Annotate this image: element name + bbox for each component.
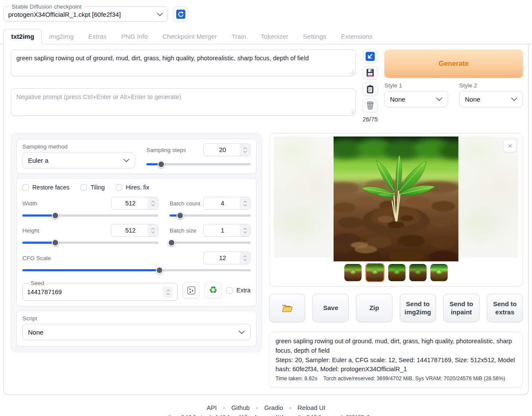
tiling-checkbox[interactable] — [80, 184, 87, 191]
send-to-img2img-button[interactable]: Send to img2img — [400, 294, 436, 322]
open-folder-button[interactable] — [269, 294, 305, 322]
style2-label: Style 2 — [459, 82, 523, 89]
stepper-buttons[interactable] — [240, 252, 250, 264]
cfg-scale-input[interactable]: 12 — [203, 251, 251, 264]
gallery-thumbnail-5[interactable] — [430, 264, 448, 281]
chevron-down-icon — [123, 158, 130, 162]
sampling-box: Sampling method Euler a Sampling steps 2… — [16, 139, 257, 174]
generate-button[interactable]: Generate — [384, 50, 523, 78]
checkpoint-dropdown[interactable]: Stable Diffusion checkpoint protogenX34O… — [3, 3, 168, 22]
slider-thumb[interactable] — [168, 239, 175, 246]
checkpoint-dropdown-row[interactable]: protogenX34OfficialR_1.ckpt [60fe2f34] — [8, 11, 163, 18]
close-gallery-button[interactable]: × — [504, 139, 517, 152]
chevron-down-icon — [511, 97, 517, 101]
refresh-checkpoints-button[interactable] — [173, 6, 189, 22]
send-to-extras-button[interactable]: Send to extras — [487, 294, 523, 322]
stepper-down-icon — [243, 204, 247, 206]
hires-fix-checkbox[interactable] — [116, 184, 122, 191]
tab-train[interactable]: Train — [224, 29, 254, 44]
slider-fill — [22, 242, 55, 244]
github-link[interactable]: Github — [231, 404, 250, 411]
slider-thumb[interactable] — [52, 212, 59, 219]
zip-button[interactable]: Zip — [356, 294, 392, 322]
tab-settings[interactable]: Settings — [296, 29, 334, 44]
slider-thumb[interactable] — [52, 239, 59, 246]
extra-seed-checkbox[interactable] — [226, 287, 233, 294]
prompt-tools-column: 26/75 — [362, 50, 378, 123]
tab-extensions[interactable]: Extensions — [334, 29, 380, 44]
sampling-method-dropdown[interactable]: Euler a — [22, 152, 135, 168]
script-label: Script — [22, 315, 251, 322]
style1-dropdown[interactable]: None — [384, 91, 448, 107]
send-to-inpaint-button[interactable]: Send to inpaint — [443, 294, 479, 322]
stepper-up-icon — [243, 147, 247, 149]
style2-dropdown[interactable]: None — [459, 91, 523, 107]
tab-png-info[interactable]: PNG Info — [114, 29, 155, 44]
reuse-seed-button[interactable]: ♻ — [204, 282, 222, 298]
extra-seed-option: Extra — [226, 287, 251, 294]
slider-thumb[interactable] — [156, 267, 163, 274]
save-button[interactable]: Save — [312, 294, 349, 322]
chevron-down-icon — [436, 97, 442, 101]
stepper-buttons[interactable] — [148, 197, 158, 209]
resize-handle-icon[interactable] — [350, 70, 354, 75]
stepper-buttons[interactable] — [240, 197, 250, 209]
random-seed-button[interactable] — [182, 282, 200, 298]
clear-prompt-button[interactable] — [362, 99, 378, 112]
dice-icon — [186, 286, 196, 295]
prompt-input[interactable]: green sapling rowing out of ground, mud,… — [11, 50, 356, 76]
seed-input[interactable]: Seed 1441787169 — [22, 280, 178, 301]
batch-size-slider[interactable] — [170, 239, 251, 246]
output-column: × Sav — [269, 133, 523, 388]
stepper-buttons[interactable] — [148, 224, 158, 236]
txt2img-panel: green sapling rowing out of ground, mud,… — [3, 44, 529, 395]
stepper-down-icon — [243, 259, 247, 261]
height-label: Height — [22, 227, 39, 234]
slider-fill — [22, 214, 55, 217]
stepper-buttons[interactable] — [163, 286, 173, 298]
checkpoint-bar: Stable Diffusion checkpoint protogenX34O… — [0, 0, 532, 22]
batch-count-input[interactable]: 4 — [203, 197, 251, 210]
tab-txt2img[interactable]: txt2img — [3, 29, 42, 44]
slider-thumb[interactable] — [158, 161, 165, 168]
restore-faces-checkbox[interactable] — [22, 184, 29, 191]
gallery-thumbnail-3[interactable] — [388, 264, 405, 281]
slider-track[interactable] — [170, 242, 251, 244]
info-params-text: Steps: 20, Sampler: Euler a, CFG scale: … — [275, 356, 517, 375]
width-input[interactable]: 512 — [111, 197, 158, 210]
batch-size-input[interactable]: 1 — [203, 224, 251, 237]
resize-handle-icon[interactable] — [350, 109, 354, 114]
paste-generation-params-button[interactable] — [362, 50, 378, 63]
slider-thumb[interactable] — [176, 212, 184, 219]
sampling-steps-input[interactable]: 20 — [203, 143, 251, 156]
save-style-button[interactable] — [362, 66, 378, 80]
gallery-thumbnail-1[interactable] — [344, 264, 362, 281]
apply-style-button[interactable] — [362, 82, 378, 96]
options-row: Restore faces Tiling Hires. fix — [22, 184, 251, 191]
api-link[interactable]: API — [207, 404, 217, 411]
width-label: Width — [22, 200, 37, 207]
script-dropdown[interactable]: None — [22, 324, 251, 340]
gallery-thumbnail-2[interactable] — [365, 263, 384, 282]
gallery-thumbnail-4[interactable] — [409, 264, 427, 281]
negative-prompt-input[interactable]: Negative prompt (press Ctrl+Enter or Alt… — [11, 88, 356, 116]
batch-count-slider[interactable] — [170, 211, 251, 219]
stepper-up-icon — [151, 228, 155, 230]
tab-checkpoint-merger[interactable]: Checkpoint Merger — [155, 29, 224, 44]
tab-extras[interactable]: Extras — [81, 29, 114, 44]
stepper-buttons[interactable] — [240, 224, 250, 236]
sampling-steps-slider[interactable] — [146, 160, 251, 168]
prompt-column: green sapling rowing out of ground, mud,… — [11, 50, 356, 123]
height-input[interactable]: 512 — [111, 224, 158, 237]
height-slider[interactable] — [22, 239, 158, 246]
gradio-link[interactable]: Gradio — [264, 404, 283, 411]
width-slider[interactable] — [22, 211, 158, 219]
seed-label: Seed — [29, 280, 46, 286]
cfg-scale-group: CFG Scale 12 — [22, 251, 251, 274]
tab-tokenizer[interactable]: Tokenizer — [254, 29, 296, 44]
cfg-scale-slider[interactable] — [22, 266, 251, 274]
stepper-buttons[interactable] — [240, 144, 250, 156]
tab-img2img[interactable]: img2img — [42, 29, 81, 44]
generated-image[interactable] — [334, 137, 458, 261]
reload-ui-link[interactable]: Reload UI — [297, 404, 325, 411]
